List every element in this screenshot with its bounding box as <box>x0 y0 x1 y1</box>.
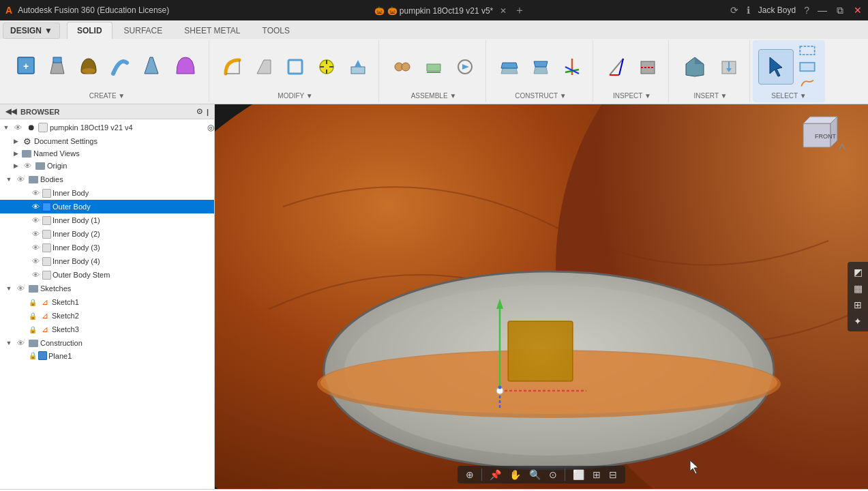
eye-inner-body[interactable]: 👁 <box>30 188 41 198</box>
grid-btn[interactable]: ⊞ <box>590 468 603 481</box>
design-dropdown[interactable]: DESIGN ▼ <box>3 23 60 39</box>
browser-options-btn[interactable]: ⊙ <box>196 107 203 116</box>
import-btn[interactable] <box>714 49 744 85</box>
expand-sketches[interactable]: ▼ <box>4 285 14 292</box>
tab-tools[interactable]: TOOLS <box>252 22 300 39</box>
info-icon[interactable]: ℹ <box>747 5 750 16</box>
root-target-icon[interactable]: ◎ <box>207 123 214 132</box>
drive-btn[interactable] <box>450 49 480 85</box>
tree-item-named-views[interactable]: ▶ Named Views <box>0 148 214 159</box>
joint-btn[interactable] <box>387 49 417 85</box>
view-layout-btn[interactable]: ⊟ <box>606 468 620 481</box>
eye-sketches[interactable]: 👁 <box>15 283 26 294</box>
eye-ib2[interactable]: 👁 <box>30 228 41 239</box>
tree-item-origin[interactable]: ▶ 👁 Origin <box>0 159 214 173</box>
tree-item-plane1[interactable]: 🔒 Plane1 <box>0 350 214 361</box>
pin-btn[interactable]: 📌 <box>487 468 504 481</box>
material-btn[interactable]: ▦ <box>850 281 865 296</box>
close-tab-btn[interactable]: ✕ <box>500 6 507 16</box>
expand-construction[interactable]: ▼ <box>4 340 14 346</box>
form-btn[interactable] <box>168 49 203 85</box>
create-label: CREATE ▼ <box>89 91 125 100</box>
expand-bodies[interactable]: ▼ <box>4 176 14 183</box>
window-select-btn[interactable] <box>795 43 820 58</box>
tree-item-root[interactable]: ▼ 👁 ⏺ pumpkin 18Oct19 v21 v4 ◎ <box>0 121 214 134</box>
eye-origin[interactable]: 👁 <box>22 160 33 171</box>
tree-item-inner-body-2[interactable]: 👁 Inner Body (2) <box>0 227 214 241</box>
texture-btn[interactable]: ⊞ <box>850 297 865 312</box>
extrude-btn[interactable] <box>42 49 72 85</box>
expand-root[interactable]: ▼ <box>1 124 11 131</box>
tab-sheet-metal[interactable]: SHEET METAL <box>174 22 250 39</box>
midplane-btn[interactable] <box>526 49 556 85</box>
eye-outer-body[interactable]: 👁 <box>30 201 41 212</box>
eye-ib1[interactable]: 👁 <box>30 215 41 226</box>
eye-root[interactable]: 👁 <box>12 122 23 133</box>
tree-item-construction[interactable]: ▼ 👁 Construction <box>0 336 214 350</box>
eye-construction[interactable]: 👁 <box>15 338 26 348</box>
display-mode-btn[interactable]: ⬜ <box>570 468 587 481</box>
crossing-select-btn[interactable] <box>795 59 820 74</box>
pan-btn[interactable]: ✋ <box>507 468 524 481</box>
measure-btn[interactable] <box>601 49 631 85</box>
insert-mesh-btn[interactable] <box>677 49 713 85</box>
expand-origin[interactable]: ▶ <box>11 162 20 169</box>
loft-btn[interactable] <box>136 49 166 85</box>
tree-item-sketches[interactable]: ▼ 👁 Sketches <box>0 282 214 295</box>
shell-btn[interactable] <box>280 49 310 85</box>
tree-item-inner-body-1[interactable]: 👁 Inner Body (1) <box>0 213 214 227</box>
viewport-3d <box>215 104 868 489</box>
section-btn[interactable] <box>633 49 663 85</box>
tree-item-doc-settings[interactable]: ▶ ⚙ Document Settings <box>0 134 214 148</box>
zoom-fit-btn[interactable]: ⊙ <box>546 468 560 481</box>
tab-solid[interactable]: SOLID <box>67 22 113 39</box>
help-btn[interactable]: ? <box>804 5 809 16</box>
tree-item-inner-body-4[interactable]: 👁 Inner Body (4) <box>0 254 214 268</box>
new-tab-btn[interactable]: ＋ <box>514 4 525 16</box>
press-pull-btn[interactable] <box>343 49 373 85</box>
browser-expand-icon[interactable]: | <box>207 108 209 116</box>
fillet-btn[interactable] <box>218 49 248 85</box>
expand-named[interactable]: ▶ <box>11 150 20 157</box>
move-btn[interactable] <box>312 49 342 85</box>
tree-item-sketch1[interactable]: 🔒 ⊿ Sketch1 <box>0 295 214 309</box>
snap-btn[interactable]: ⊕ <box>463 468 477 481</box>
sweep-btn[interactable] <box>105 49 135 85</box>
tree-item-outer-body-stem[interactable]: 👁 Outer Body Stem <box>0 268 214 282</box>
chamfer-btn[interactable] <box>249 49 279 85</box>
view-cube[interactable]: FRONT <box>800 110 848 158</box>
tree-item-sketch3[interactable]: 🔒 ⊿ Sketch3 <box>0 323 214 336</box>
svg-rect-12 <box>351 67 365 74</box>
minimize-btn[interactable]: — <box>818 5 827 15</box>
eye-obs[interactable]: 👁 <box>30 269 41 280</box>
ground-btn[interactable] <box>419 49 449 85</box>
user-account[interactable]: Jack Boyd <box>758 5 796 15</box>
ribbon-group-insert: INSERT ▼ <box>672 40 750 102</box>
browser-collapse-icon[interactable]: ◀◀ <box>5 107 16 116</box>
free-select-btn[interactable] <box>795 76 820 91</box>
appearance-btn[interactable]: ◩ <box>850 265 865 280</box>
eye-ib4[interactable]: 👁 <box>30 256 41 267</box>
revolve-btn[interactable] <box>74 49 104 85</box>
inspect-label: INSPECT ▼ <box>613 91 651 100</box>
tab-surface[interactable]: SURFACE <box>114 22 173 39</box>
tree-item-inner-body[interactable]: 👁 Inner Body <box>0 186 214 200</box>
sketch2-icon: ⊿ <box>40 310 50 321</box>
help-icon[interactable]: ⟳ <box>730 5 738 16</box>
light-btn[interactable]: ✦ <box>850 314 865 329</box>
close-btn[interactable]: ✕ <box>853 5 863 15</box>
tree-item-outer-body[interactable]: 👁 Outer Body <box>0 200 214 213</box>
tree-item-inner-body-3[interactable]: 👁 Inner Body (3) <box>0 241 214 254</box>
tree-item-sketch2[interactable]: 🔒 ⊿ Sketch2 <box>0 309 214 323</box>
select-btn[interactable] <box>758 49 794 85</box>
viewport[interactable]: FRONT ◩ ▦ ⊞ ✦ ⊕ 📌 ✋ 🔍 ⊙ ⬜ ⊞ ⊟ <box>215 104 868 489</box>
maximize-btn[interactable]: ⧉ <box>835 5 845 15</box>
tree-item-bodies[interactable]: ▼ 👁 Bodies <box>0 173 214 186</box>
eye-ib3[interactable]: 👁 <box>30 242 41 253</box>
eye-bodies[interactable]: 👁 <box>15 174 26 185</box>
zoom-btn[interactable]: 🔍 <box>526 468 543 481</box>
offset-plane-btn[interactable] <box>494 49 524 85</box>
expand-doc[interactable]: ▶ <box>11 138 20 145</box>
axis-btn[interactable] <box>557 49 587 85</box>
new-component-btn[interactable]: + <box>11 49 41 85</box>
